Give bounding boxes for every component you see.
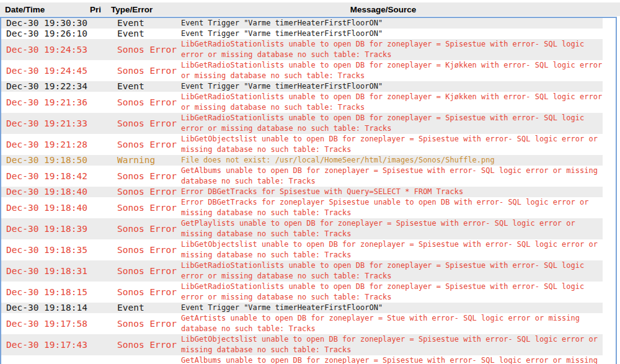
log-time-cell: Dec-30 19:18:50 bbox=[1, 155, 94, 166]
log-message-cell: LibGetObjectslist unable to open DB for … bbox=[181, 334, 603, 355]
log-time-cell: Dec-30 19:24:45 bbox=[1, 66, 94, 76]
log-type-cell: Event bbox=[117, 18, 181, 29]
log-message-cell: Event Trigger "Varme timerHeaterFirstFlo… bbox=[181, 303, 603, 313]
log-row: Dec-30 19:18:40Sonos ErrorError DBGetTra… bbox=[1, 197, 603, 218]
log-time-cell: Dec-30 19:18:14 bbox=[1, 303, 94, 313]
log-type-cell: Sonos Error bbox=[117, 224, 181, 234]
log-type-cell: Sonos Error bbox=[117, 187, 181, 197]
log-row: GetAlbums unable to open DB for zoneplay… bbox=[1, 355, 603, 364]
log-row: Dec-30 19:17:43Sonos ErrorLibGetObjectsl… bbox=[1, 334, 603, 355]
log-message-cell: File does not exist: /usr/local/HomeSeer… bbox=[181, 155, 603, 166]
log-message-cell: LibGetObjectslist unable to open DB for … bbox=[181, 239, 603, 260]
log-type-cell: Event bbox=[117, 81, 181, 92]
log-row: Dec-30 19:18:39Sonos ErrorGetPlaylists u… bbox=[1, 218, 603, 239]
log-message-cell: LibGetRadioStationlists unable to open D… bbox=[181, 60, 603, 81]
log-time-cell: Dec-30 19:18:15 bbox=[1, 287, 94, 298]
log-type-cell: Sonos Error bbox=[117, 140, 181, 150]
log-time-cell: Dec-30 19:21:28 bbox=[1, 140, 94, 150]
log-type-cell: Sonos Error bbox=[117, 266, 181, 277]
column-header-message-source: Message/Source bbox=[175, 5, 591, 14]
log-type-cell: Sonos Error bbox=[117, 118, 181, 129]
log-row: Dec-30 19:21:28Sonos ErrorLibGetObjectsl… bbox=[1, 134, 603, 155]
log-message-cell: Event Trigger "Varme timerHeaterFirstFlo… bbox=[181, 18, 603, 29]
column-header-pri: Pri bbox=[90, 5, 111, 14]
log-type-cell: Sonos Error bbox=[117, 97, 181, 108]
log-scroll-area[interactable]: Dec-30 19:30:30EventEvent Trigger "Varme… bbox=[0, 17, 617, 364]
log-message-cell: Error DBGetTracks for zoneplayer Spisest… bbox=[181, 197, 603, 218]
log-row: Dec-30 19:24:53Sonos ErrorLibGetRadioSta… bbox=[1, 39, 603, 60]
log-row: Dec-30 19:21:33Sonos ErrorLibGetRadioSta… bbox=[1, 113, 603, 134]
log-type-cell: Sonos Error bbox=[117, 287, 181, 298]
log-rows: Dec-30 19:30:30EventEvent Trigger "Varme… bbox=[1, 18, 616, 364]
log-time-cell: Dec-30 19:17:43 bbox=[1, 340, 94, 350]
log-message-cell: Error DBGetTracks for Spisestue with Que… bbox=[181, 187, 603, 197]
log-row: Dec-30 19:30:30EventEvent Trigger "Varme… bbox=[1, 18, 603, 29]
log-message-cell: LibGetRadioStationlists unable to open D… bbox=[181, 282, 603, 303]
log-time-cell: Dec-30 19:21:36 bbox=[1, 97, 94, 108]
log-message-cell: GetAlbums unable to open DB for zoneplay… bbox=[181, 355, 603, 364]
log-time-cell: Dec-30 19:26:10 bbox=[1, 29, 94, 39]
log-type-cell: Warning bbox=[117, 155, 181, 166]
log-message-cell: LibGetRadioStationlists unable to open D… bbox=[181, 92, 603, 113]
column-header-type-error: Type/Error bbox=[111, 5, 175, 14]
log-time-cell: Dec-30 19:18:42 bbox=[1, 171, 94, 182]
log-row: Dec-30 19:18:15Sonos ErrorLibGetRadioSta… bbox=[1, 282, 603, 303]
log-time-cell: Dec-30 19:18:40 bbox=[1, 203, 94, 213]
log-message-cell: GetPlaylists unable to open DB for zonep… bbox=[181, 218, 603, 239]
log-message-cell: GetAlbums unable to open DB for zoneplay… bbox=[181, 166, 603, 187]
log-type-cell: Sonos Error bbox=[117, 66, 181, 76]
log-type-cell: Sonos Error bbox=[117, 340, 181, 350]
log-row: Dec-30 19:18:14EventEvent Trigger "Varme… bbox=[1, 303, 603, 313]
log-time-cell: Dec-30 19:17:58 bbox=[1, 319, 94, 329]
log-time-cell: Dec-30 19:18:40 bbox=[1, 187, 94, 197]
log-row: Dec-30 19:22:34EventEvent Trigger "Varme… bbox=[1, 81, 603, 92]
log-row: Dec-30 19:18:31Sonos ErrorLibGetRadioSta… bbox=[1, 260, 603, 282]
log-type-cell: Sonos Error bbox=[117, 319, 181, 329]
log-row: Dec-30 19:17:58Sonos ErrorGetArtists una… bbox=[1, 313, 603, 334]
log-type-cell: Sonos Error bbox=[117, 245, 181, 255]
column-header-datetime: Date/Time bbox=[0, 5, 90, 14]
log-time-cell: Dec-30 19:18:39 bbox=[1, 224, 94, 234]
log-time-cell: Dec-30 19:18:35 bbox=[1, 245, 94, 255]
log-row: Dec-30 19:21:36Sonos ErrorLibGetRadioSta… bbox=[1, 92, 603, 113]
log-row: Dec-30 19:24:45Sonos ErrorLibGetRadioSta… bbox=[1, 60, 603, 81]
log-time-cell: Dec-30 19:21:33 bbox=[1, 118, 94, 129]
log-message-cell: LibGetObjectslist unable to open DB for … bbox=[181, 134, 603, 155]
log-row: Dec-30 19:26:10EventEvent Trigger "Varme… bbox=[1, 29, 603, 39]
log-row: Dec-30 19:18:35Sonos ErrorLibGetObjectsl… bbox=[1, 239, 603, 260]
log-time-cell: Dec-30 19:22:34 bbox=[1, 81, 94, 92]
log-row: Dec-30 19:18:40Sonos ErrorError DBGetTra… bbox=[1, 187, 603, 197]
log-message-cell: LibGetRadioStationlists unable to open D… bbox=[181, 39, 603, 60]
log-type-cell: Event bbox=[117, 29, 181, 39]
log-type-cell: Sonos Error bbox=[117, 171, 181, 182]
log-message-cell: LibGetRadioStationlists unable to open D… bbox=[181, 260, 603, 282]
log-time-cell: Dec-30 19:18:31 bbox=[1, 266, 94, 277]
log-type-cell: Sonos Error bbox=[117, 45, 181, 55]
log-message-cell: GetArtists unable to open DB for zonepla… bbox=[181, 313, 603, 334]
log-message-cell: Event Trigger "Varme timerHeaterFirstFlo… bbox=[181, 81, 603, 92]
log-row: Dec-30 19:18:42Sonos ErrorGetAlbums unab… bbox=[1, 166, 603, 187]
log-message-cell: LibGetRadioStationlists unable to open D… bbox=[181, 113, 603, 134]
log-time-cell: Dec-30 19:24:53 bbox=[1, 45, 94, 55]
log-message-cell: Event Trigger "Varme timerHeaterFirstFlo… bbox=[181, 29, 603, 39]
log-time-cell: Dec-30 19:30:30 bbox=[1, 18, 94, 29]
log-table-header: Date/Time Pri Type/Error Message/Source bbox=[0, 2, 620, 16]
log-type-cell: Event bbox=[117, 303, 181, 313]
log-type-cell: Sonos Error bbox=[117, 203, 181, 213]
log-row: Dec-30 19:18:50WarningFile does not exis… bbox=[1, 155, 603, 166]
